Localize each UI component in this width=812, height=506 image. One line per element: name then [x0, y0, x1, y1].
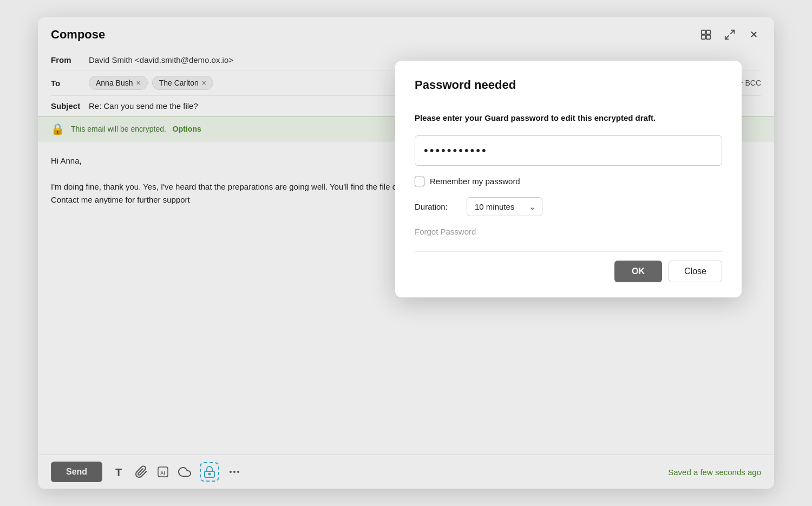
dialog-close-button[interactable]: Close [669, 261, 722, 282]
svg-line-4 [731, 30, 734, 34]
duration-label: Duration: [415, 202, 458, 211]
svg-point-13 [209, 473, 211, 475]
svg-point-16 [237, 471, 239, 473]
more-options-icon[interactable] [228, 465, 241, 478]
chip-anna-bush-label: Anna Bush [96, 79, 133, 87]
dialog-buttons: OK Close [415, 251, 722, 282]
remember-row: Remember my password [415, 177, 722, 186]
svg-rect-2 [702, 35, 705, 39]
encryption-text: This email will be encrypted. [71, 125, 166, 133]
duration-row: Duration: 5 minutes 10 minutes 30 minute… [415, 197, 722, 216]
close-icon[interactable]: ✕ [746, 27, 761, 42]
duration-select-wrap: 5 minutes 10 minutes 30 minutes 1 hour U… [467, 197, 542, 216]
chip-anna-bush[interactable]: Anna Bush × [89, 76, 148, 90]
subject-label: Subject [51, 101, 89, 111]
options-link[interactable]: Options [173, 125, 201, 133]
svg-point-15 [233, 471, 235, 473]
dialog-description: Please enter your Guard password to edit… [415, 112, 722, 125]
svg-text:T: T [115, 466, 122, 478]
password-input-wrap [415, 135, 722, 166]
compose-footer: Send T AI [38, 455, 774, 489]
compose-title: Compose [51, 28, 105, 42]
chip-the-carlton-label: The Carlton [159, 79, 199, 87]
dialog-title: Password needed [415, 78, 722, 101]
bcc-label: BCC [745, 79, 761, 87]
ai-icon[interactable]: AI [156, 465, 169, 478]
chip-the-carlton-close[interactable]: × [202, 79, 206, 87]
text-format-icon[interactable]: T [113, 465, 126, 478]
svg-rect-0 [702, 30, 705, 34]
remember-checkbox[interactable] [415, 177, 424, 186]
password-dialog: Password needed Please enter your Guard … [395, 61, 742, 297]
cloud-icon[interactable] [178, 465, 191, 478]
attachment-icon[interactable] [135, 465, 148, 478]
forgot-password-link[interactable]: Forgot Password [415, 227, 722, 236]
expand-icon[interactable] [698, 27, 713, 42]
to-label: To [51, 79, 89, 88]
from-label: From [51, 55, 89, 64]
remember-label[interactable]: Remember my password [430, 177, 520, 186]
maximize-icon[interactable] [722, 27, 737, 42]
compose-header: Compose ✕ [38, 17, 774, 50]
compose-window: Compose ✕ F [38, 17, 774, 489]
toolbar-icons: T AI [113, 462, 241, 482]
svg-point-14 [230, 471, 232, 473]
send-button[interactable]: Send [51, 462, 102, 482]
chip-anna-bush-close[interactable]: × [136, 79, 141, 87]
to-chips: Anna Bush × The Carlton × [89, 76, 213, 90]
chip-the-carlton[interactable]: The Carlton × [152, 76, 213, 90]
from-value: David Smith <david.smith@demo.ox.io> [89, 55, 233, 64]
duration-select[interactable]: 5 minutes 10 minutes 30 minutes 1 hour U… [467, 197, 542, 216]
guard-lock-icon[interactable] [200, 462, 219, 482]
svg-rect-1 [706, 30, 710, 34]
lock-icon: 🔒 [51, 122, 64, 135]
saved-status: Saved a few seconds ago [668, 468, 761, 477]
svg-line-5 [725, 36, 729, 39]
svg-text:AI: AI [160, 470, 165, 476]
svg-rect-3 [706, 35, 710, 39]
header-icons: ✕ [698, 27, 761, 42]
ok-button[interactable]: OK [614, 261, 662, 282]
password-input[interactable] [415, 135, 722, 166]
